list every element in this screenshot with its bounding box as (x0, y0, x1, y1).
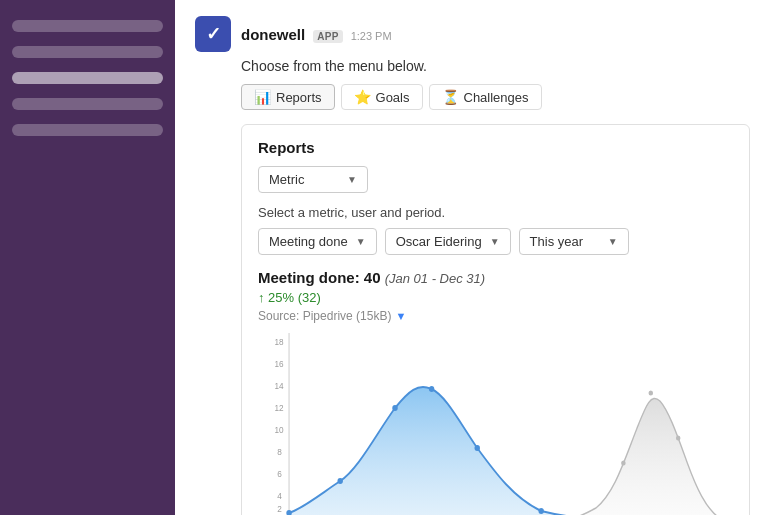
svg-text:14: 14 (274, 381, 283, 391)
svg-text:16: 16 (274, 359, 283, 369)
reports-icon: 📊 (254, 89, 271, 105)
user-arrow: ▼ (490, 236, 500, 247)
challenges-icon: ⏳ (442, 89, 459, 105)
filter-label: Select a metric, user and period. (258, 205, 733, 220)
metric-type-arrow: ▼ (356, 236, 366, 247)
svg-text:6: 6 (277, 469, 282, 479)
message-meta: donewell APP 1:23 PM (241, 26, 392, 43)
message-area: ✓ donewell APP 1:23 PM Choose from the m… (175, 0, 770, 515)
svg-point-13 (337, 478, 342, 484)
metric-dropdown-arrow: ▼ (347, 174, 357, 185)
app-name: donewell (241, 26, 305, 43)
sidebar (0, 0, 175, 515)
sidebar-item-4[interactable] (12, 98, 163, 110)
svg-text:10: 10 (274, 425, 283, 435)
svg-text:2: 2 (277, 504, 282, 514)
tab-challenges-label: Challenges (464, 90, 529, 105)
reports-section: Reports Metric ▼ Select a metric, user a… (241, 124, 750, 515)
tab-reports[interactable]: 📊 Reports (241, 84, 335, 110)
svg-point-20 (649, 391, 654, 396)
tab-row: 📊 Reports ⭐ Goals ⏳ Challenges (241, 84, 750, 110)
main-content: ✓ donewell APP 1:23 PM Choose from the m… (175, 0, 770, 515)
sidebar-item-3[interactable] (12, 72, 163, 84)
avatar: ✓ (195, 16, 231, 52)
svg-text:4: 4 (277, 491, 282, 501)
period-arrow: ▼ (608, 236, 618, 247)
tab-goals-label: Goals (376, 90, 410, 105)
svg-text:8: 8 (277, 447, 282, 457)
svg-point-12 (286, 510, 291, 515)
svg-point-14 (392, 405, 397, 411)
tab-reports-label: Reports (276, 90, 322, 105)
message-time: 1:23 PM (351, 30, 392, 42)
metric-result-title: Meeting done: 40 (258, 269, 381, 286)
user-value: Oscar Eidering (396, 234, 482, 249)
metric-row: Metric ▼ (258, 166, 733, 193)
metric-dropdown-label: Metric (269, 172, 304, 187)
metric-main-value: Meeting done: 40 (Jan 01 - Dec 31) (258, 269, 733, 286)
svg-point-17 (538, 508, 543, 514)
svg-point-21 (676, 436, 681, 441)
svg-point-19 (621, 461, 626, 466)
goals-icon: ⭐ (354, 89, 371, 105)
metric-type-value: Meeting done (269, 234, 348, 249)
source-arrow[interactable]: ▼ (395, 310, 406, 322)
metric-change: ↑ 25% (32) (258, 290, 733, 305)
reports-title: Reports (258, 139, 733, 156)
chart-svg: 18 16 14 12 10 8 6 4 2 0 (258, 333, 733, 515)
message-content: Choose from the menu below. 📊 Reports ⭐ … (241, 58, 750, 515)
app-badge: APP (313, 30, 342, 43)
metric-dropdown[interactable]: Metric ▼ (258, 166, 368, 193)
metric-range: (Jan 01 - Dec 31) (385, 271, 485, 286)
intro-text: Choose from the menu below. (241, 58, 750, 74)
metric-result: Meeting done: 40 (Jan 01 - Dec 31) (258, 269, 733, 286)
sidebar-item-2[interactable] (12, 46, 163, 58)
user-dropdown[interactable]: Oscar Eidering ▼ (385, 228, 511, 255)
tab-goals[interactable]: ⭐ Goals (341, 84, 423, 110)
period-dropdown[interactable]: This year ▼ (519, 228, 629, 255)
metric-type-dropdown[interactable]: Meeting done ▼ (258, 228, 377, 255)
svg-text:18: 18 (274, 337, 283, 347)
svg-point-15 (429, 386, 434, 392)
tab-challenges[interactable]: ⏳ Challenges (429, 84, 542, 110)
message-header: ✓ donewell APP 1:23 PM (195, 16, 750, 52)
filter-row: Meeting done ▼ Oscar Eidering ▼ This yea… (258, 228, 733, 255)
svg-text:12: 12 (274, 403, 283, 413)
sidebar-item-1[interactable] (12, 20, 163, 32)
source-text: Source: Pipedrive (15kB) (258, 309, 391, 323)
period-value: This year (530, 234, 583, 249)
metric-source: Source: Pipedrive (15kB) ▼ (258, 309, 733, 323)
chart-container: 18 16 14 12 10 8 6 4 2 0 (258, 333, 733, 515)
svg-point-16 (474, 445, 479, 451)
sidebar-item-5[interactable] (12, 124, 163, 136)
